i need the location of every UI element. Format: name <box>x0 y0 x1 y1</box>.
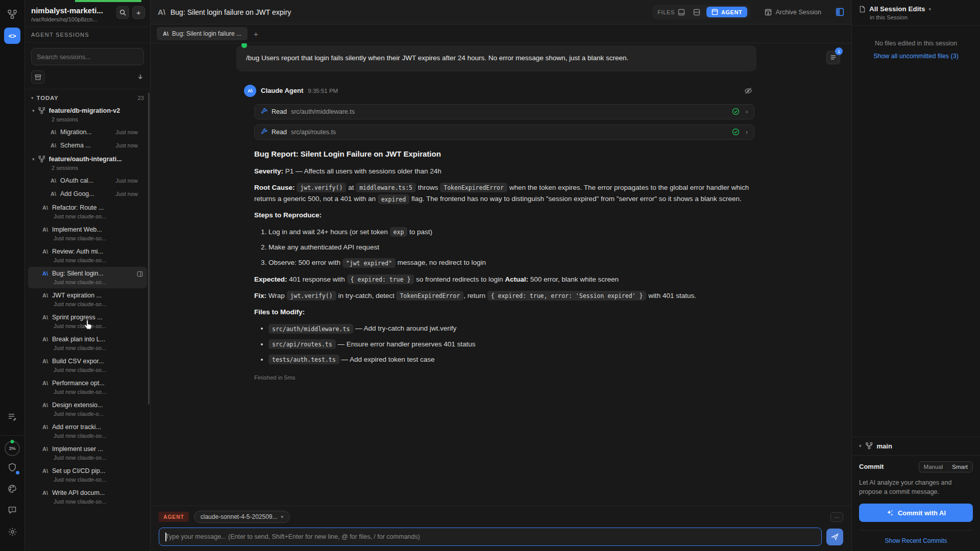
session-list-item[interactable]: A\ Implement user ... Just now claude-so… <box>28 442 147 464</box>
session-item-title: Build CSV expor... <box>52 358 104 365</box>
session-item-meta: Just now claude-so... <box>42 343 142 351</box>
session-list-item[interactable]: A\ JWT expiration ... Just now claude-so… <box>28 289 147 310</box>
agent-logo-icon: A\ <box>42 336 48 342</box>
show-recent-commits-link[interactable]: Show Recent Commits <box>859 531 973 551</box>
view-files-button[interactable]: FILES <box>655 8 687 17</box>
agent-label: AGENT <box>721 9 743 15</box>
gear-icon[interactable] <box>4 523 20 540</box>
chat-scroll-area[interactable]: 1 /bug Users report that login fails sil… <box>151 43 851 506</box>
tab-active[interactable]: A\ Bug: Silent login failure ... <box>157 27 248 40</box>
agent-avatar: A\ <box>244 85 256 97</box>
branch-session-item[interactable]: A\ Add Goog... Just now <box>25 187 150 201</box>
session-item-title: Break plan into L... <box>52 336 105 343</box>
session-list-item[interactable]: A\ Add error tracki... Just now claude-s… <box>28 420 147 442</box>
branch-header[interactable]: ▾ main <box>852 437 980 456</box>
branch-row[interactable]: ▾ feature/db-migration-v2 <box>25 104 150 115</box>
shield-icon[interactable] <box>4 459 20 475</box>
wrench-icon <box>261 108 267 115</box>
branch-group: ▾ feature/db-migration-v2 2 sessions A\ … <box>25 104 150 152</box>
session-list-item[interactable]: A\ Implement Web... Just now claude-so..… <box>28 223 147 244</box>
agent-pane-icon <box>712 9 718 15</box>
group-today[interactable]: ▾ TODAY 23 <box>25 91 150 104</box>
session-list-item[interactable]: A\ Design extensio... Just now claude-o.… <box>28 398 147 420</box>
composer-more-button[interactable]: ... <box>830 512 843 522</box>
agent-logo-icon: A\ <box>42 205 48 211</box>
session-list-item[interactable]: A\ Bug: Silent login... Just now claude-… <box>28 267 147 288</box>
hide-message-button[interactable] <box>744 87 752 95</box>
commit-mode-manual[interactable]: Manual <box>919 462 948 472</box>
workflow-icon[interactable] <box>4 6 20 22</box>
branch-row[interactable]: ▾ feature/oauth-integrati... <box>25 152 150 164</box>
branch-session-item[interactable]: A\ Schema ... Just now <box>25 139 150 152</box>
session-list-item[interactable]: A\ Sprint progress ... Just now claude-s… <box>28 311 147 332</box>
session-list-item[interactable]: A\ Build CSV expor... Just now claude-so… <box>28 355 147 376</box>
session-item-meta: Just now claude-so... <box>42 474 142 483</box>
send-button[interactable] <box>826 529 843 545</box>
usage-ring[interactable]: 3% <box>5 441 20 456</box>
sort-download-button[interactable] <box>137 73 144 81</box>
show-uncommitted-link[interactable]: Show all uncommitted files (3) <box>852 53 980 60</box>
branch-session-item[interactable]: A\ Migration... Just now <box>25 126 150 139</box>
message-input[interactable] <box>165 533 815 540</box>
session-item-title: Sprint progress ... <box>52 314 103 321</box>
outline-button[interactable]: 1 <box>826 51 840 64</box>
branch-session-count: 2 sessions <box>25 164 150 174</box>
new-tab-button[interactable]: + <box>254 30 258 38</box>
palette-icon[interactable] <box>4 481 20 497</box>
notes-edit-icon[interactable] <box>4 409 20 425</box>
branch-session-item[interactable]: A\ OAuth cal... Just now <box>25 174 150 187</box>
agent-logo-icon: A\ <box>158 8 165 16</box>
session-header: A\ Bug: Silent login failure on JWT expi… <box>151 0 851 24</box>
right-panel-toggle-button[interactable] <box>836 8 844 16</box>
model-selector[interactable]: claude-sonnet-4-5-202509... ▾ <box>194 511 290 523</box>
group-label: TODAY <box>37 95 135 101</box>
archive-filter-button[interactable] <box>31 70 44 84</box>
agent-logo-icon: A\ <box>163 31 168 37</box>
list-icon <box>830 54 837 61</box>
session-item-title: JWT expiration ... <box>52 292 102 299</box>
feedback-icon[interactable] <box>4 502 20 518</box>
session-item-title: Schema ... <box>60 142 112 149</box>
eye-off-icon <box>744 87 752 95</box>
panel-subtitle: in this Session <box>870 14 973 20</box>
view-mode-switcher: FILES AGENT <box>652 5 750 19</box>
session-list-item[interactable]: A\ Set up CI/CD pip... Just now claude-s… <box>28 464 147 486</box>
commit-with-ai-button[interactable]: Commit with AI <box>859 504 973 522</box>
branch-groups: ▾ feature/db-migration-v2 2 sessions A\ … <box>25 104 150 201</box>
session-item-meta: Just now claude-so... <box>42 233 142 241</box>
session-list-item[interactable]: A\ Performance opt... Just now claude-so… <box>28 377 147 398</box>
view-split-button[interactable] <box>693 9 700 16</box>
chevron-right-icon: › <box>746 129 748 136</box>
sidebar-scrollbar[interactable] <box>148 92 150 405</box>
commit-mode-toggle: Manual Smart <box>919 461 973 472</box>
tool-call-row[interactable]: Read src/auth/middleware.ts › <box>254 104 754 119</box>
search-button[interactable] <box>116 6 129 19</box>
user-message: /bug Users report that login fails silen… <box>236 45 756 71</box>
tool-action: Read <box>272 108 287 115</box>
agent-logo-icon: A\ <box>51 142 56 148</box>
session-list-item[interactable]: A\ Break plan into L... Just now claude-… <box>28 333 147 354</box>
chevron-down-icon[interactable]: ▾ <box>929 7 932 12</box>
session-list-item[interactable]: A\ Refactor: Route ... Just now claude-s… <box>28 201 147 222</box>
session-item-meta: Just now claude-so... <box>42 365 142 373</box>
code-sessions-icon[interactable]: <> <box>4 28 20 44</box>
search-icon <box>119 9 126 16</box>
sessions-sidebar: nimbalyst-marketi... /var/folders/nq/100… <box>25 0 151 551</box>
commit-mode-smart[interactable]: Smart <box>947 462 972 472</box>
session-item-time: Just now <box>116 129 138 135</box>
session-search-input[interactable] <box>37 53 138 61</box>
view-agent-button[interactable]: AGENT <box>706 7 748 17</box>
message-input-wrapper <box>159 528 822 546</box>
session-list: ▾ TODAY 23 ▾ feature/db-migration-v2 2 s… <box>25 89 150 551</box>
session-search-field[interactable] <box>31 48 144 65</box>
session-list-item[interactable]: A\ Write API docum... Just now claude-so… <box>28 486 147 508</box>
agent-logo-icon: A\ <box>51 129 56 135</box>
archive-session-button[interactable]: Archive Session <box>765 9 821 16</box>
new-session-button[interactable]: + <box>132 6 145 19</box>
session-list-item[interactable]: A\ Review: Auth mi... Just now claude-so… <box>28 245 147 266</box>
branch-name: main <box>877 442 892 450</box>
usage-percent: 3% <box>9 446 15 451</box>
open-panel-icon[interactable] <box>137 271 143 277</box>
tool-call-row[interactable]: Read src/api/routes.ts › <box>254 124 754 140</box>
agent-logo-icon: A\ <box>42 292 48 298</box>
